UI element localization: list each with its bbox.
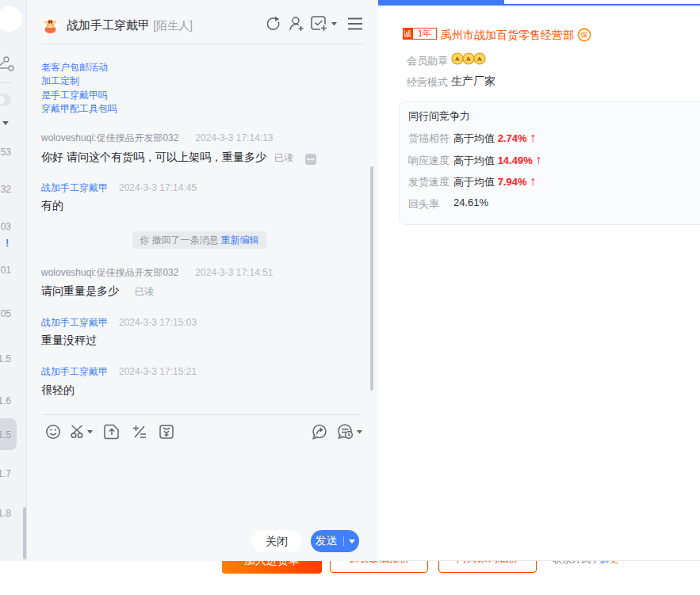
svg-text:保: 保 (580, 31, 588, 39)
svg-text:A: A (477, 55, 482, 63)
svg-text:A: A (466, 55, 471, 63)
svg-text:A: A (455, 55, 460, 63)
